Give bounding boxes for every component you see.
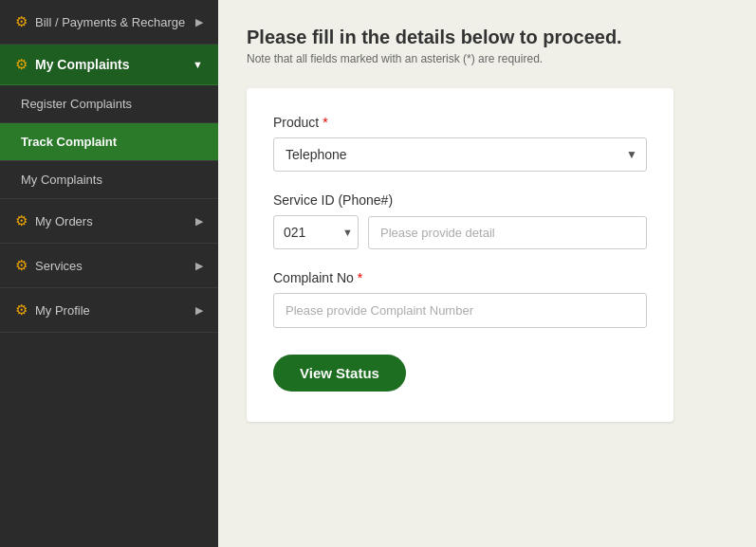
page-title: Please fill in the details below to proc…	[247, 27, 728, 48]
service-id-group: Service ID (Phone#) 021 022 041 042 ▼	[273, 192, 647, 249]
product-label: Product *	[273, 115, 647, 130]
product-required: *	[323, 115, 327, 130]
sidebar: ⚙ Bill / Payments & Recharge ▶ ⚙ My Comp…	[0, 0, 218, 547]
code-select-wrapper: 021 022 041 042 ▼	[273, 215, 359, 249]
sidebar-item-register-complaints[interactable]: Register Complaints	[0, 85, 218, 123]
my-profile-chevron-icon: ▶	[195, 304, 203, 317]
sidebar-item-track-complaint[interactable]: Track Complaint	[0, 123, 218, 161]
bill-payments-icon: ⚙	[15, 13, 28, 30]
sidebar-item-my-complaints-sub[interactable]: My Complaints	[0, 161, 218, 199]
service-id-label: Service ID (Phone#)	[273, 192, 647, 208]
my-orders-chevron-icon: ▶	[195, 215, 203, 228]
chevron-right-icon: ▶	[195, 16, 203, 28]
main-content: Please fill in the details below to proc…	[218, 0, 756, 547]
services-chevron-icon: ▶	[195, 260, 203, 272]
chevron-down-icon: ▼	[193, 59, 203, 70]
services-icon: ⚙	[15, 257, 28, 274]
complaint-required: *	[358, 270, 362, 285]
my-complaints-icon: ⚙	[15, 56, 28, 73]
product-select[interactable]: Telephone Internet TV	[273, 137, 647, 172]
my-orders-icon: ⚙	[15, 212, 28, 229]
product-select-wrapper: Telephone Internet TV ▼	[273, 137, 647, 172]
my-complaints-label: My Complaints	[35, 57, 130, 72]
page-subtitle: Note that all fields marked with an aste…	[247, 52, 728, 65]
my-profile-icon: ⚙	[15, 301, 28, 319]
view-status-button[interactable]: View Status	[273, 355, 406, 392]
sidebar-item-services[interactable]: ⚙ Services ▶	[0, 244, 218, 288]
complaint-no-group: Complaint No *	[273, 270, 647, 328]
form-card: Product * Telephone Internet TV ▼ Servic…	[247, 88, 673, 422]
service-id-input[interactable]	[368, 216, 647, 249]
product-group: Product * Telephone Internet TV ▼	[273, 115, 647, 172]
complaint-no-label: Complaint No *	[273, 270, 647, 285]
sidebar-item-my-complaints-header[interactable]: ⚙ My Complaints ▼	[0, 45, 218, 85]
service-id-row: 021 022 041 042 ▼	[273, 215, 647, 249]
sidebar-item-bill-payments-label: Bill / Payments & Recharge	[35, 15, 185, 29]
sidebar-item-bill-payments[interactable]: ⚙ Bill / Payments & Recharge ▶	[0, 0, 218, 45]
sidebar-item-my-orders[interactable]: ⚙ My Orders ▶	[0, 199, 218, 244]
area-code-select[interactable]: 021 022 041 042	[273, 215, 359, 249]
complaint-no-input[interactable]	[273, 293, 647, 328]
sidebar-item-my-profile[interactable]: ⚙ My Profile ▶	[0, 288, 218, 333]
